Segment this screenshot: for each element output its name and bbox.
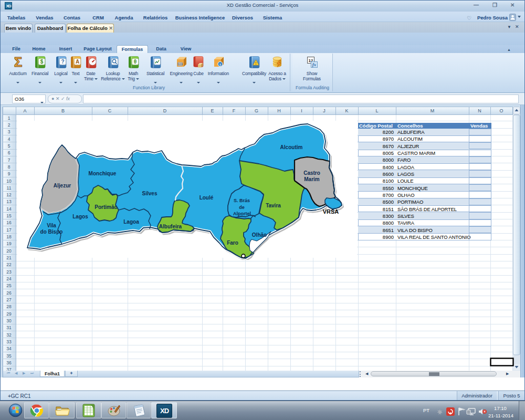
svg-text:Portimão: Portimão (94, 204, 117, 210)
svg-text:I: I (301, 108, 302, 113)
svg-text:33: 33 (6, 339, 12, 344)
svg-text:17: 17 (6, 227, 12, 233)
svg-text:9: 9 (8, 171, 10, 176)
svg-text:35: 35 (6, 353, 12, 359)
svg-text:Castro: Castro (303, 170, 320, 176)
svg-text:13: 13 (6, 199, 12, 204)
svg-text:26: 26 (6, 290, 12, 296)
svg-text:Loulé: Loulé (200, 195, 214, 201)
svg-text:14: 14 (6, 206, 12, 212)
svg-text:7: 7 (8, 158, 10, 163)
svg-text:20: 20 (6, 248, 12, 254)
svg-text:28: 28 (6, 304, 12, 309)
svg-text:Monchique: Monchique (89, 171, 117, 176)
svg-text:23: 23 (6, 269, 12, 275)
svg-text:12: 12 (6, 192, 12, 197)
svg-text:11: 11 (7, 185, 12, 191)
svg-text:N: N (478, 108, 481, 113)
svg-text:8: 8 (8, 164, 10, 170)
svg-text:3: 3 (8, 129, 10, 134)
svg-text:K: K (345, 108, 348, 113)
svg-text:36: 36 (6, 360, 12, 365)
svg-text:VRSA: VRSA (323, 208, 339, 215)
svg-text:29: 29 (6, 311, 12, 317)
svg-text:C: C (108, 108, 112, 113)
svg-text:Alcoutim: Alcoutim (280, 144, 303, 150)
svg-text:!: ! (255, 61, 256, 65)
svg-text:5: 5 (8, 143, 10, 149)
svg-text:O: O (499, 108, 503, 113)
svg-text:15: 15 (6, 213, 12, 218)
svg-text:fx: fx (312, 62, 316, 67)
svg-text:Olhão: Olhão (252, 232, 267, 238)
svg-text:S. Brás: S. Brás (234, 198, 250, 203)
svg-text:de: de (239, 205, 245, 210)
svg-text:25: 25 (6, 283, 12, 288)
svg-text:2: 2 (8, 122, 10, 128)
svg-text:Albufeira: Albufeira (159, 224, 182, 229)
svg-text:Silves: Silves (142, 191, 158, 196)
svg-text:19: 19 (6, 241, 12, 246)
svg-text:Lagos: Lagos (72, 214, 88, 219)
svg-text:D: D (163, 108, 167, 113)
svg-text:Alportel: Alportel (233, 211, 251, 216)
svg-text:30: 30 (6, 318, 12, 323)
svg-text:16: 16 (6, 220, 12, 225)
svg-text:J: J (323, 108, 326, 113)
svg-text:32: 32 (6, 332, 12, 338)
svg-text:27: 27 (6, 297, 12, 302)
svg-text:37: 37 (6, 367, 12, 371)
svg-text:A: A (23, 108, 26, 113)
svg-text:24: 24 (6, 276, 12, 281)
svg-text:21: 21 (6, 255, 12, 260)
svg-text:1: 1 (8, 116, 10, 121)
svg-text:4: 4 (8, 136, 10, 142)
svg-text:θ: θ (133, 59, 136, 65)
svg-text:6: 6 (8, 150, 10, 155)
svg-text:L: L (375, 108, 378, 113)
svg-text:M: M (430, 108, 435, 113)
svg-text:Aljezur: Aljezur (54, 183, 71, 188)
svg-text:Σ: Σ (14, 56, 22, 69)
svg-text:B: B (61, 108, 65, 113)
svg-text:Marim: Marim (304, 176, 320, 182)
svg-text:22: 22 (6, 262, 12, 267)
svg-text:Faro: Faro (227, 240, 238, 246)
svg-text:i: i (219, 62, 220, 67)
svg-text:F: F (233, 108, 236, 113)
svg-text:31: 31 (6, 325, 12, 330)
svg-text:Lagoa: Lagoa (123, 219, 139, 225)
svg-text:H: H (277, 108, 281, 113)
svg-text:34: 34 (6, 346, 12, 351)
svg-text:10: 10 (6, 178, 12, 184)
svg-text:do Bispo: do Bispo (40, 229, 63, 235)
svg-text:G: G (255, 108, 258, 113)
svg-text:18: 18 (6, 234, 12, 239)
svg-text:E: E (211, 108, 214, 113)
svg-text:Vila: Vila (47, 223, 56, 228)
svg-text:Tavira: Tavira (266, 203, 281, 208)
